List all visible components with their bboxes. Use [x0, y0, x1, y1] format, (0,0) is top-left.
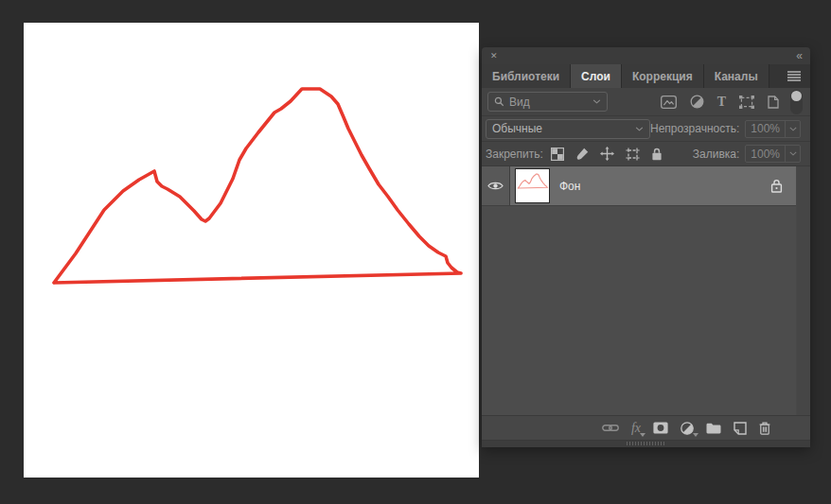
link-layers-icon[interactable] — [602, 424, 619, 432]
layer-content[interactable]: Фон — [510, 166, 796, 205]
toggle-knob — [791, 91, 802, 101]
blend-mode-value: Обычные — [492, 122, 542, 135]
layers-bottom-toolbar: fx — [482, 416, 810, 441]
filter-pixel-layers-icon[interactable] — [661, 96, 677, 109]
filter-type-buttons: T — [661, 95, 779, 109]
opacity-label: Непрозрачность: — [650, 122, 739, 135]
filter-shape-layers-icon[interactable] — [739, 96, 754, 109]
fill-label: Заливка: — [693, 148, 740, 161]
layers-list-area: Фон — [482, 166, 810, 416]
chevron-down-icon — [592, 99, 601, 104]
panel-close-icon[interactable]: ✕ — [490, 52, 498, 61]
filter-kind-value: Вид — [509, 96, 530, 109]
blend-mode-select[interactable]: Обычные — [486, 119, 650, 139]
layer-thumbnail[interactable] — [515, 168, 550, 203]
tab-libraries[interactable]: Библиотеки — [482, 64, 571, 88]
eye-icon[interactable] — [487, 181, 504, 191]
blend-mode-row: Обычные Непрозрачность: 100% — [482, 116, 810, 142]
layer-name: Фон — [559, 180, 580, 193]
lock-pixels-icon[interactable] — [575, 148, 589, 161]
panel-collapse-icon[interactable]: « — [796, 50, 802, 61]
chevron-down-icon — [635, 127, 644, 131]
tabs-spacer — [769, 64, 778, 88]
layers-scroll-gutter — [796, 166, 810, 415]
layer-locked-icon[interactable] — [770, 179, 783, 193]
filter-type-layers-icon[interactable]: T — [717, 96, 726, 109]
layer-visibility-cell[interactable] — [482, 166, 510, 205]
panel-menu-icon[interactable] — [778, 64, 810, 88]
lock-row: Закрепить: Заливка: 100% — [482, 142, 810, 166]
opacity-value[interactable]: 100% — [746, 121, 786, 137]
new-adjustment-layer-icon[interactable] — [681, 422, 694, 435]
lock-artboard-icon[interactable] — [626, 148, 640, 161]
new-layer-icon[interactable] — [734, 422, 747, 435]
lock-buttons — [551, 147, 663, 161]
add-layer-mask-icon[interactable] — [653, 422, 668, 434]
layer-filter-row: Вид T — [482, 88, 810, 116]
tab-adjustments[interactable]: Коррекция — [622, 64, 704, 88]
fill-value[interactable]: 100% — [746, 146, 786, 162]
document-canvas[interactable] — [24, 23, 479, 478]
tab-layers[interactable]: Слои — [571, 64, 622, 88]
new-group-icon[interactable] — [706, 423, 721, 434]
filter-smart-objects-icon[interactable] — [768, 96, 779, 109]
fill-field[interactable]: 100% — [745, 145, 801, 163]
panel-resize-grip[interactable] — [627, 442, 666, 445]
mountain-drawing — [24, 23, 479, 478]
layer-row-background[interactable]: Фон — [482, 166, 796, 206]
filter-adjustment-layers-icon[interactable] — [690, 95, 704, 109]
layer-effects-icon[interactable]: fx — [631, 422, 641, 435]
panel-tabs: Библиотеки Слои Коррекция Каналы — [482, 64, 810, 88]
filter-kind-select[interactable]: Вид — [487, 92, 608, 112]
opacity-field[interactable]: 100% — [745, 120, 801, 138]
lock-position-icon[interactable] — [600, 147, 614, 161]
chevron-down-icon[interactable] — [786, 121, 800, 137]
panel-header-bar: ✕ « — [482, 47, 810, 64]
delete-layer-icon[interactable] — [759, 422, 770, 435]
panel-bottom-strip — [482, 441, 810, 447]
lock-all-icon[interactable] — [651, 148, 663, 161]
layers-panel: ✕ « Библиотеки Слои Коррекция Каналы Вид — [482, 47, 810, 447]
search-icon — [494, 96, 504, 107]
chevron-down-icon[interactable] — [786, 146, 800, 162]
layers-list: Фон — [482, 166, 796, 415]
layer-filtering-toggle[interactable] — [790, 90, 803, 114]
tab-channels[interactable]: Каналы — [704, 64, 769, 88]
lock-transparency-icon[interactable] — [551, 148, 564, 161]
lock-label: Закрепить: — [486, 148, 543, 161]
